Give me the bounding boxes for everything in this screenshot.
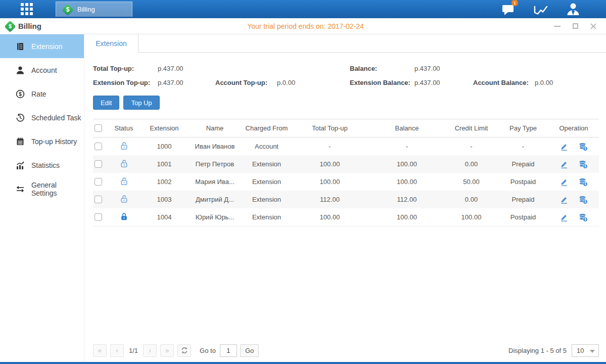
sidebar-item-extension[interactable]: Extension bbox=[0, 34, 84, 58]
edit-row-icon[interactable] bbox=[560, 195, 569, 204]
goto-page-input[interactable] bbox=[220, 344, 237, 357]
edit-row-icon[interactable] bbox=[560, 213, 569, 222]
total-topup-cell: 112.00 bbox=[291, 196, 369, 203]
sidebar-item-rate[interactable]: $ Rate bbox=[0, 82, 84, 106]
name-cell: Петр Петров bbox=[187, 160, 243, 168]
top-up-row-icon[interactable]: $ bbox=[579, 160, 588, 169]
user-icon bbox=[566, 2, 580, 16]
account-topup-field: Account Top-up:p.0.00 bbox=[215, 79, 350, 86]
grid-icon bbox=[21, 3, 33, 15]
next-page-button[interactable]: › bbox=[143, 344, 157, 357]
notification-badge: ! bbox=[511, 0, 518, 6]
sidebar-item-scheduled-task[interactable]: Scheduled Task bbox=[0, 106, 84, 129]
rate-icon: $ bbox=[15, 89, 25, 99]
row-checkbox[interactable] bbox=[95, 213, 102, 221]
name-cell: Иван Иванов bbox=[187, 143, 243, 150]
table-row: 1000 Иван Иванов Account - - - - bbox=[93, 138, 599, 155]
balance-cell: 100.00 bbox=[369, 213, 445, 221]
balance-cell: 112.00 bbox=[369, 196, 445, 203]
edit-button[interactable]: Edit bbox=[93, 96, 119, 110]
refresh-button[interactable] bbox=[177, 344, 191, 357]
sidebar-item-general-settings[interactable]: General Settings bbox=[0, 177, 84, 201]
charged-from-cell: Account bbox=[243, 143, 291, 150]
prev-page-button[interactable]: ‹ bbox=[110, 344, 124, 357]
topup-history-icon bbox=[15, 136, 25, 146]
billing-window-icon: $ bbox=[5, 21, 15, 31]
app-grid-button[interactable] bbox=[17, 0, 36, 18]
column-header-extension: Extension bbox=[142, 124, 187, 132]
window-title: Billing bbox=[18, 22, 41, 30]
top-up-row-icon[interactable]: $ bbox=[579, 177, 588, 187]
sidebar: Extension Account $ Rate bbox=[0, 34, 84, 362]
row-checkbox[interactable] bbox=[95, 178, 102, 186]
top-up-row-icon[interactable]: $ bbox=[579, 213, 588, 222]
column-header-balance: Balance bbox=[369, 124, 445, 132]
top-up-row-icon[interactable]: $ bbox=[579, 195, 588, 204]
sidebar-item-label: Statistics bbox=[31, 161, 60, 169]
line-chart-icon bbox=[533, 2, 548, 16]
sidebar-item-label: Extension bbox=[31, 42, 62, 51]
maximize-button[interactable] bbox=[572, 23, 579, 30]
last-page-button[interactable]: » bbox=[160, 344, 174, 357]
sidebar-item-label: Account bbox=[31, 66, 57, 74]
row-checkbox[interactable] bbox=[95, 143, 102, 150]
charged-from-cell: Extension bbox=[243, 160, 291, 168]
statistics-monitor-button[interactable] bbox=[532, 2, 549, 17]
sidebar-item-label: Rate bbox=[31, 90, 46, 98]
extensions-table: Status Extension Name Charged From Total… bbox=[93, 119, 599, 226]
edit-row-icon[interactable] bbox=[560, 177, 569, 187]
account-icon bbox=[15, 65, 25, 75]
row-checkbox[interactable] bbox=[95, 160, 102, 168]
pay-type-cell: Postpaid bbox=[498, 178, 548, 186]
row-checkbox[interactable] bbox=[95, 196, 102, 203]
select-all-checkbox[interactable] bbox=[95, 124, 102, 132]
charged-from-cell: Extension bbox=[243, 178, 291, 186]
table-row: 1001 Петр Петров Extension 100.00 100.00… bbox=[93, 155, 599, 173]
credit-limit-cell: 0.00 bbox=[445, 160, 498, 168]
status-cell bbox=[106, 177, 142, 187]
maximize-icon bbox=[573, 23, 578, 29]
name-cell: Мария Ива... bbox=[187, 178, 243, 186]
page-size-value: 10 bbox=[577, 347, 584, 354]
top-up-row-icon[interactable]: $ bbox=[579, 142, 588, 151]
window-titlebar: $ Billing Your trial period ends on: 201… bbox=[0, 18, 606, 34]
close-button[interactable] bbox=[590, 23, 597, 30]
unlocked-icon bbox=[120, 159, 128, 168]
extension-cell: 1000 bbox=[142, 143, 187, 150]
edit-row-icon[interactable] bbox=[560, 142, 569, 151]
go-button[interactable]: Go bbox=[240, 344, 259, 357]
status-cell bbox=[106, 195, 142, 205]
total-topup-cell: 100.00 bbox=[291, 213, 369, 221]
first-page-button[interactable]: « bbox=[93, 344, 107, 357]
svg-text:$: $ bbox=[584, 182, 586, 186]
top-up-button[interactable]: Top Up bbox=[123, 96, 159, 110]
credit-limit-cell: - bbox=[445, 143, 498, 150]
messages-button[interactable]: ! bbox=[500, 2, 517, 17]
tab-extension[interactable]: Extension bbox=[84, 34, 138, 53]
status-cell bbox=[106, 142, 142, 152]
extension-cell: 1002 bbox=[142, 178, 187, 186]
sidebar-item-topup-history[interactable]: Top-up History bbox=[0, 129, 84, 153]
user-account-button[interactable] bbox=[565, 2, 582, 17]
taskbar-tab-billing[interactable]: $ Billing bbox=[56, 2, 132, 17]
edit-row-icon[interactable] bbox=[560, 160, 569, 169]
sidebar-item-account[interactable]: Account bbox=[0, 58, 84, 82]
status-cell bbox=[106, 212, 142, 222]
page-size-select[interactable]: 10 bbox=[572, 344, 599, 357]
svg-text:$: $ bbox=[19, 91, 22, 97]
balance-cell: 100.00 bbox=[369, 160, 445, 168]
system-topbar: $ Billing ! bbox=[0, 0, 606, 18]
name-cell: Дмитрий Д... bbox=[187, 196, 243, 203]
main-content: Extension Total Top-up:p.437.00 Balance:… bbox=[84, 34, 606, 362]
locked-icon bbox=[120, 212, 128, 221]
total-topup-cell: 100.00 bbox=[291, 178, 369, 186]
table-body: 1000 Иван Иванов Account - - - - bbox=[93, 138, 599, 226]
account-balance-field: Account Balance:p.0.00 bbox=[473, 79, 606, 86]
column-header-operation: Operation bbox=[548, 124, 599, 132]
sidebar-item-statistics[interactable]: Statistics bbox=[0, 153, 84, 177]
pagination-bar: « ‹ 1/1 › » Go to Go Displaying 1 - 5 of… bbox=[93, 344, 599, 357]
table-header-row: Status Extension Name Charged From Total… bbox=[93, 119, 599, 138]
unlocked-icon bbox=[120, 142, 128, 150]
minimize-button[interactable] bbox=[553, 23, 561, 30]
page-indicator: 1/1 bbox=[129, 347, 138, 354]
